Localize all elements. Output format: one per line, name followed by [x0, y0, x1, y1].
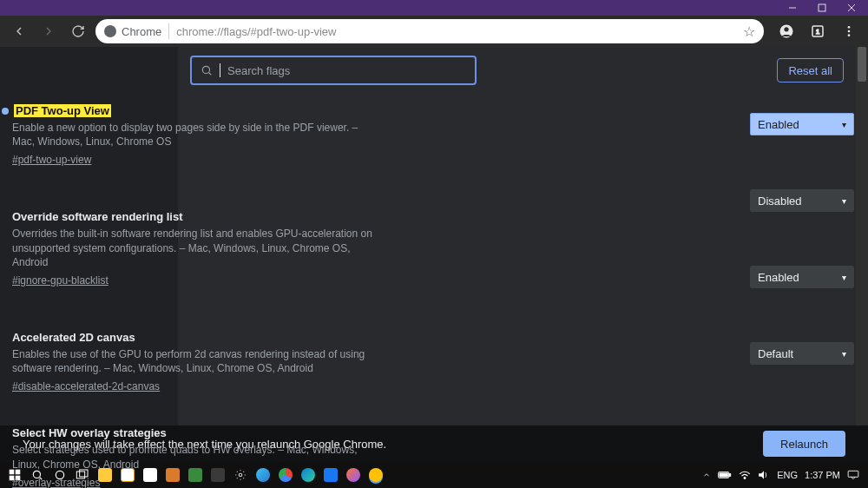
clock[interactable]: 1:37 PM [805, 470, 840, 480]
flag-select[interactable]: Enabled▾ [750, 113, 854, 135]
flag-anchor-link[interactable]: #overlay-strategies [12, 477, 100, 488]
tab-count-icon[interactable]: 1 [806, 19, 830, 43]
reset-all-button[interactable]: Reset all [777, 58, 844, 82]
flag-item: Select HW overlay strategies Select stra… [12, 419, 729, 488]
flag-title: Select HW overlay strategies [12, 426, 729, 439]
volume-icon[interactable] [758, 470, 770, 480]
flag-select[interactable]: Enabled▾ [750, 266, 854, 288]
flag-anchor-link[interactable]: #ignore-gpu-blacklist [12, 274, 108, 287]
flag-item: Accelerated 2D canvas Enables the use of… [12, 324, 729, 409]
address-separator [168, 23, 169, 39]
flag-title: PDF Two-up View [12, 104, 729, 117]
svg-rect-28 [848, 471, 858, 477]
chevron-down-icon: ▾ [842, 273, 846, 282]
svg-point-10 [848, 34, 851, 36]
site-chip-label: Chrome [122, 25, 161, 38]
svg-rect-24 [730, 474, 731, 477]
flag-description: Enable a new option to display two pages… [12, 121, 377, 148]
window-maximize-button[interactable] [807, 0, 837, 16]
window-titlebar [0, 0, 868, 16]
svg-line-12 [209, 73, 212, 76]
flag-select[interactable]: Default▾ [750, 342, 854, 365]
flags-list: PDF Two-up View Enable a new option to d… [12, 97, 729, 488]
svg-point-8 [848, 26, 851, 29]
changed-marker-icon [2, 108, 9, 115]
flag-select-value: Enabled [758, 271, 799, 284]
flag-description: Enables the use of the GPU to perform 2d… [12, 347, 377, 375]
menu-icon[interactable] [837, 19, 861, 43]
flag-description: Select strategies used to promote quads … [12, 443, 377, 471]
search-placeholder: Search flags [227, 64, 290, 77]
search-input[interactable]: Search flags [190, 56, 477, 85]
relaunch-button-label: Relaunch [780, 438, 828, 451]
flag-anchor-link[interactable]: #disable-accelerated-2d-canvas [12, 380, 160, 392]
text-cursor [220, 63, 220, 77]
flag-title: Override software rendering list [12, 210, 729, 223]
address-bar[interactable]: Chrome chrome://flags/#pdf-two-up-view ☆ [95, 19, 764, 43]
flag-select-value: Disabled [758, 195, 802, 208]
flag-item: Override software rendering list Overrid… [12, 203, 729, 303]
relaunch-button[interactable]: Relaunch [763, 431, 845, 457]
flags-topbar: Search flags Reset all [178, 47, 856, 87]
forward-button[interactable] [36, 19, 61, 43]
scrollbar[interactable] [856, 47, 868, 425]
flag-title-label: Override software rendering list [12, 210, 183, 223]
svg-point-11 [202, 66, 209, 73]
chevron-down-icon: ▾ [842, 349, 846, 359]
flag-title-label: PDF Two-up View [14, 104, 111, 117]
flags-selects-column: Enabled▾Disabled▾Enabled▾Default▾ [750, 113, 854, 365]
address-url: chrome://flags/#pdf-two-up-view [176, 25, 336, 38]
chevron-down-icon: ▾ [842, 120, 846, 129]
flag-title-label: Accelerated 2D canvas [12, 331, 135, 344]
flag-select-value: Enabled [758, 118, 799, 131]
chrome-icon [104, 25, 116, 37]
flag-description: Overrides the built-in software renderin… [12, 227, 377, 269]
chevron-down-icon: ▾ [842, 196, 846, 206]
window-close-button[interactable] [837, 0, 866, 16]
browser-toolbar: Chrome chrome://flags/#pdf-two-up-view ☆… [0, 16, 868, 47]
reload-button[interactable] [66, 19, 90, 43]
profile-icon[interactable] [774, 19, 799, 43]
svg-rect-1 [819, 4, 825, 11]
svg-point-5 [784, 27, 788, 31]
scrollbar-thumb[interactable] [858, 47, 866, 82]
site-chip: Chrome [104, 25, 161, 38]
flag-anchor-link[interactable]: #pdf-two-up-view [12, 154, 91, 166]
flag-title-label: Select HW overlay strategies [12, 426, 167, 439]
back-button[interactable] [7, 19, 31, 43]
wifi-icon[interactable] [739, 470, 751, 480]
flag-item: PDF Two-up View Enable a new option to d… [12, 97, 729, 182]
flag-select-value: Default [758, 347, 793, 360]
flag-select[interactable]: Disabled▾ [750, 189, 854, 212]
action-center-icon[interactable] [847, 470, 859, 480]
svg-point-9 [848, 30, 851, 33]
bookmark-star-icon[interactable]: ☆ [743, 23, 755, 40]
svg-point-26 [744, 478, 746, 479]
language-indicator[interactable]: ENG [777, 470, 798, 480]
window-minimize-button[interactable] [778, 0, 807, 16]
search-icon [201, 64, 213, 76]
page-content: Search flags Reset all PDF Two-up View E… [0, 47, 868, 425]
svg-marker-27 [759, 471, 764, 478]
svg-text:1: 1 [816, 28, 819, 36]
reset-all-label: Reset all [788, 64, 832, 77]
flag-title: Accelerated 2D canvas [12, 331, 729, 344]
